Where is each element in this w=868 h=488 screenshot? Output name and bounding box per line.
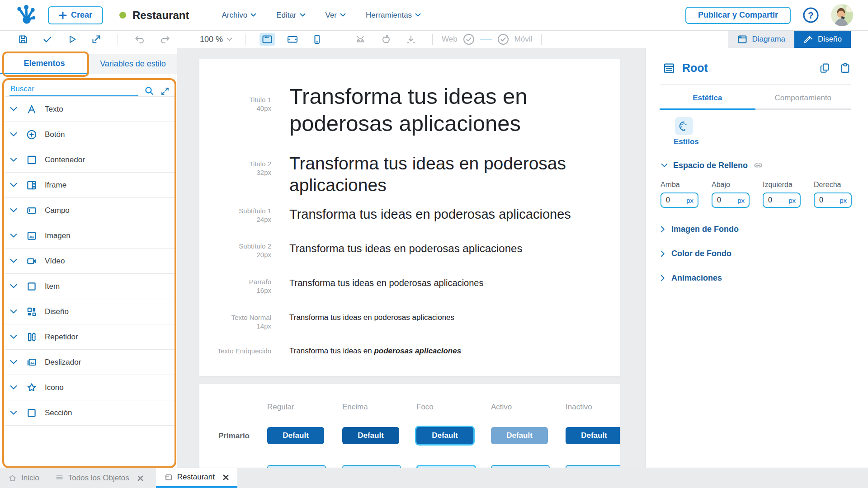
menu-editar[interactable]: Editar — [276, 11, 305, 20]
padding-input-abajo[interactable]: 0 px — [712, 192, 750, 208]
padding-input-izquierda[interactable]: 0 px — [763, 192, 801, 208]
sample-text[interactable]: Transforma tus ideas en poderosas aplica… — [289, 206, 571, 224]
primary-button-active[interactable]: Default — [491, 427, 548, 444]
search-input[interactable] — [9, 83, 138, 96]
element-item-seccion[interactable]: Sección — [5, 400, 175, 426]
element-item-texto[interactable]: Texto — [5, 96, 175, 122]
style-size: 40px — [199, 104, 271, 113]
chevron-down-icon[interactable] — [9, 258, 18, 264]
tab-restaurant[interactable]: Restaurant — [156, 468, 237, 488]
expand-panel-icon[interactable] — [160, 86, 170, 96]
element-item-icono[interactable]: Icono — [5, 375, 175, 400]
chevron-down-icon[interactable] — [9, 385, 18, 390]
element-item-iframe[interactable]: Iframe — [5, 173, 175, 198]
typography-row[interactable]: Texto Normal 14px Transforma tus ideas e… — [199, 313, 620, 330]
section-color-de-fondo[interactable]: Color de Fondo — [660, 249, 868, 258]
chevron-down-icon[interactable] — [9, 183, 18, 188]
tab-todos-los-objetos[interactable]: Todos los Objetos — [47, 468, 151, 488]
button-states-artboard[interactable]: Regular Encima Foco Activo Inactivo Prim… — [199, 384, 620, 468]
tab-variables-de-estilo[interactable]: Variables de estilo — [89, 54, 177, 74]
section-imagen-de-fondo[interactable]: Imagen de Fondo — [660, 225, 868, 234]
sample-text[interactable]: Transforma tus ideas en poderosas aplica… — [289, 313, 454, 330]
tab-diagrama[interactable]: Diagrama — [728, 31, 794, 48]
section-animaciones[interactable]: Animaciones — [660, 273, 868, 283]
sample-text[interactable]: Transforma tus ideas en poderosas aplica… — [289, 277, 484, 295]
tab-diseno[interactable]: Diseño — [794, 31, 851, 48]
chevron-down-icon[interactable] — [9, 157, 18, 163]
typography-row[interactable]: Subtítulo 1 24px Transforma tus ideas en… — [199, 206, 620, 224]
help-icon[interactable]: ? — [802, 7, 819, 23]
close-icon[interactable] — [137, 475, 144, 482]
save-icon[interactable] — [16, 33, 30, 46]
chevron-down-icon[interactable] — [9, 334, 18, 340]
redo-icon[interactable] — [157, 33, 173, 46]
chevron-down-icon[interactable] — [9, 284, 18, 289]
primary-button-focus[interactable]: Default — [416, 427, 473, 444]
element-item-video[interactable]: Vídeo — [5, 249, 175, 274]
element-item-imagen[interactable]: Imagen — [5, 223, 175, 249]
typography-row[interactable]: Texto Enriquecido Transforma tus ideas e… — [199, 347, 620, 356]
primary-button-regular[interactable]: Default — [267, 427, 324, 444]
chevron-down-icon[interactable] — [9, 233, 18, 239]
design-canvas[interactable]: Titulo 1 40px Transforma tus ideas en po… — [177, 48, 645, 468]
download-icon[interactable] — [404, 33, 418, 46]
padding-section-header[interactable]: Espacio de Relleno — [660, 160, 868, 171]
element-item-diseno[interactable]: Diseño — [5, 299, 175, 324]
element-item-boton[interactable]: Botón — [5, 122, 175, 147]
typography-row[interactable]: Titulo 2 32px Transforma tus ideas en po… — [199, 153, 620, 196]
paste-icon[interactable] — [840, 62, 851, 74]
avatar[interactable] — [831, 4, 853, 26]
mobile-check-icon[interactable] — [496, 33, 510, 46]
tab-comportamiento[interactable]: Comportamiento — [755, 85, 851, 110]
element-item-repetidor[interactable]: Repetidor — [5, 324, 175, 350]
padding-input-arriba[interactable]: 0 px — [660, 192, 698, 208]
web-check-icon[interactable] — [462, 33, 476, 46]
tab-elementos[interactable]: Elementos — [0, 54, 89, 74]
desktop-preview-icon[interactable] — [259, 33, 275, 46]
app-logo-icon[interactable] — [16, 5, 36, 26]
padding-input-derecha[interactable]: 0 px — [814, 192, 852, 208]
styles-button[interactable]: Estilos — [674, 117, 694, 146]
apple-icon[interactable] — [378, 33, 394, 46]
sample-text[interactable]: Transforma tus ideas en poderosas aplica… — [289, 347, 461, 356]
mobile-preview-icon[interactable] — [310, 33, 324, 46]
chevron-down-icon[interactable] — [9, 107, 18, 112]
tab-estetica[interactable]: Estética — [660, 85, 755, 110]
typography-artboard[interactable]: Titulo 1 40px Transforma tus ideas en po… — [199, 59, 620, 376]
undo-icon[interactable] — [132, 33, 147, 46]
copy-icon[interactable] — [819, 62, 830, 74]
chevron-down-icon[interactable] — [9, 132, 18, 137]
sample-text[interactable]: Transforma tus ideas en poderosas aplica… — [289, 242, 522, 259]
search-icon[interactable] — [144, 85, 155, 96]
zoom-level-dropdown[interactable]: 100 % — [196, 35, 236, 44]
chevron-down-icon[interactable] — [9, 309, 18, 314]
element-item-contenedor[interactable]: Contenedor — [5, 147, 175, 173]
publish-share-button[interactable]: Publicar y Compartir — [685, 7, 791, 24]
link-values-icon[interactable] — [753, 160, 764, 171]
element-item-item[interactable]: Item — [5, 274, 175, 299]
menu-herramientas[interactable]: Herramientas — [366, 11, 421, 20]
primary-button-hover[interactable]: Default — [342, 427, 399, 444]
element-item-deslizador[interactable]: Deslizador — [5, 350, 175, 375]
export-icon[interactable] — [89, 33, 104, 46]
typography-row[interactable]: Parrafo 16px Transforma tus ideas en pod… — [199, 277, 620, 295]
element-item-campo[interactable]: Campo — [5, 198, 175, 223]
sample-text[interactable]: Transforma tus ideas en poderosas aplica… — [289, 83, 561, 137]
check-icon[interactable] — [40, 33, 55, 46]
create-button[interactable]: Crear — [48, 6, 103, 24]
button-icon — [26, 129, 38, 141]
chevron-down-icon[interactable] — [9, 410, 18, 416]
android-icon[interactable] — [352, 33, 368, 46]
typography-row[interactable]: Subtítulo 2 20px Transforma tus ideas en… — [199, 242, 620, 259]
typography-row[interactable]: Titulo 1 40px Transforma tus ideas en po… — [199, 83, 620, 137]
menu-archivo[interactable]: Archivo — [222, 11, 256, 20]
menu-ver[interactable]: Ver — [326, 11, 346, 20]
chevron-down-icon[interactable] — [9, 208, 18, 213]
primary-button-inactive[interactable]: Default — [566, 427, 620, 444]
sample-text[interactable]: Transforma tus ideas en poderosas aplica… — [289, 153, 597, 196]
close-icon[interactable] — [222, 474, 229, 481]
chevron-down-icon[interactable] — [9, 360, 18, 365]
tab-inicio[interactable]: Inicio — [0, 468, 47, 488]
tablet-preview-icon[interactable] — [285, 33, 300, 46]
run-icon[interactable] — [65, 33, 79, 46]
